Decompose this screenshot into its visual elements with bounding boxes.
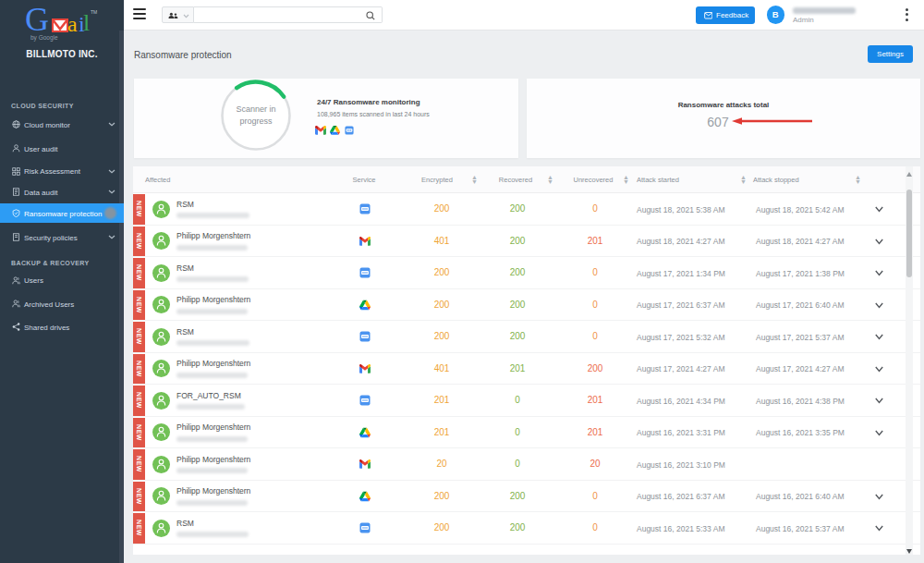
svg-text:Scanner in: Scanner in [236,104,275,114]
svg-text:progress: progress [239,116,273,126]
